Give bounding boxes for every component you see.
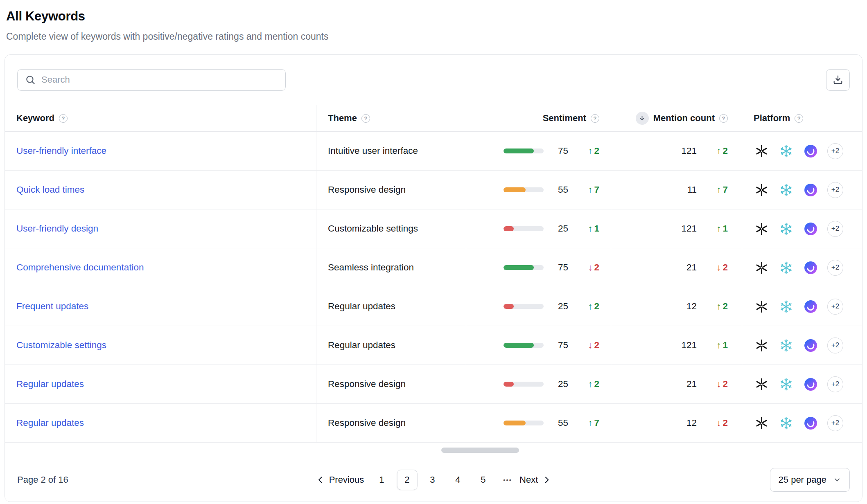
page-button-4[interactable]: 4 — [447, 470, 468, 490]
sentiment-cell: 55 ↑7 — [466, 171, 611, 209]
sentiment-bar-fill — [503, 187, 526, 192]
sort-desc-icon[interactable] — [636, 112, 649, 125]
page-button-2[interactable]: 2 — [397, 470, 417, 490]
chevron-down-icon — [833, 476, 841, 484]
delta-arrow-icon: ↓ — [716, 418, 721, 428]
keyword-cell: Quick load times — [5, 171, 316, 209]
all-keywords-page: All Keywords Complete view of keywords w… — [0, 0, 867, 504]
column-header-keyword[interactable]: Keyword ? — [5, 105, 316, 131]
mention-count-cell: 121 ↑1 — [611, 326, 742, 364]
mention-count-cell: 12 ↓2 — [611, 404, 742, 442]
sentiment-cell: 75 ↓2 — [466, 326, 611, 364]
more-platforms-badge[interactable]: +2 — [827, 299, 843, 315]
keyword-link[interactable]: Comprehensive documentation — [16, 262, 144, 273]
delta-value: 2 — [722, 146, 728, 156]
keyword-link[interactable]: Frequent updates — [16, 301, 88, 312]
mention-count-value: 121 — [681, 340, 697, 351]
column-header-mention-count[interactable]: Mention count ? — [611, 105, 742, 131]
mention-delta: ↑2 — [703, 146, 728, 156]
more-platforms-badge[interactable]: +2 — [827, 182, 843, 198]
platform-icon-group: +2 — [754, 376, 843, 392]
sentiment-value: 25 — [549, 301, 568, 312]
sentiment-bar — [503, 226, 544, 231]
chevron-left-icon — [316, 475, 325, 484]
more-platforms-badge[interactable]: +2 — [827, 415, 843, 431]
theme-text: Intuitive user interface — [328, 146, 418, 156]
sentiment-bar-fill — [503, 226, 514, 231]
help-icon[interactable]: ? — [795, 114, 803, 123]
snowflake-icon — [778, 299, 794, 314]
platform-cell: +2 — [742, 404, 862, 442]
snowflake-icon — [778, 260, 794, 275]
delta-value: 2 — [594, 301, 599, 312]
page-button-3[interactable]: 3 — [422, 470, 443, 490]
delta-value: 2 — [594, 379, 599, 389]
sentiment-bar-fill — [503, 148, 534, 153]
chevron-right-icon — [542, 475, 551, 484]
delta-arrow-icon: ↑ — [588, 379, 592, 389]
mention-count-value: 11 — [687, 184, 697, 195]
platform-cell: +2 — [742, 365, 862, 403]
column-header-platform[interactable]: Platform ? — [742, 105, 862, 131]
keyword-link[interactable]: Quick load times — [16, 184, 84, 195]
keyword-cell: Regular updates — [5, 404, 316, 442]
sentiment-bar — [503, 304, 544, 309]
copilot-icon — [803, 376, 818, 392]
keyword-link[interactable]: User-friendly interface — [16, 146, 106, 156]
page-status: Page 2 of 16 — [17, 475, 68, 485]
help-icon[interactable]: ? — [361, 114, 370, 123]
sentiment-cell: 25 ↑2 — [466, 365, 611, 403]
per-page-select[interactable]: 25 per page — [770, 468, 850, 492]
delta-value: 2 — [722, 379, 728, 389]
theme-cell: Responsive design — [316, 404, 466, 442]
download-icon — [832, 74, 844, 86]
mention-count-cell: 12 ↑2 — [611, 287, 742, 326]
column-header-sentiment[interactable]: Sentiment ? — [466, 105, 611, 131]
table-row: Quick load times Responsive design 55 ↑7… — [5, 171, 862, 209]
help-icon[interactable]: ? — [59, 114, 68, 123]
platform-cell: +2 — [742, 209, 862, 248]
more-platforms-badge[interactable]: +2 — [827, 260, 843, 276]
more-platforms-badge[interactable]: +2 — [827, 221, 843, 237]
table-body: User-friendly interface Intuitive user i… — [5, 132, 862, 443]
keyword-link[interactable]: Regular updates — [16, 379, 84, 389]
delta-value: 2 — [594, 340, 599, 351]
sentiment-cell: 55 ↑7 — [466, 404, 611, 442]
pagination-ellipsis: ••• — [503, 477, 512, 484]
keyword-link[interactable]: Customizable settings — [16, 340, 106, 351]
download-button[interactable] — [826, 69, 850, 91]
horizontal-scrollbar[interactable] — [5, 443, 862, 457]
scrollbar-thumb[interactable] — [441, 448, 519, 453]
per-page-label: 25 per page — [779, 475, 826, 485]
sentiment-bar-fill — [503, 421, 526, 425]
sentiment-delta: ↓2 — [575, 340, 599, 351]
delta-value: 1 — [722, 340, 728, 351]
more-platforms-badge[interactable]: +2 — [827, 376, 843, 392]
help-icon[interactable]: ? — [591, 114, 599, 123]
column-label-keyword: Keyword — [16, 113, 54, 124]
snowflake-icon — [778, 338, 794, 353]
search-input[interactable] — [41, 74, 278, 85]
column-header-theme[interactable]: Theme ? — [316, 105, 466, 131]
sentiment-cell: 25 ↑2 — [466, 287, 611, 326]
keyword-link[interactable]: Regular updates — [16, 418, 84, 428]
snowflake-icon — [778, 143, 794, 159]
theme-text: Customizable settings — [328, 223, 418, 234]
mention-count-cell: 21 ↓2 — [611, 248, 742, 287]
page-button-1[interactable]: 1 — [371, 470, 392, 490]
platform-icon-group: +2 — [754, 415, 843, 431]
next-button[interactable]: Next — [519, 475, 551, 485]
mention-delta: ↓2 — [703, 418, 728, 428]
openai-icon — [754, 415, 769, 431]
page-button-5[interactable]: 5 — [473, 470, 493, 490]
previous-button[interactable]: Previous — [316, 475, 364, 485]
help-icon[interactable]: ? — [719, 114, 728, 123]
sentiment-bar-fill — [503, 343, 534, 348]
keyword-link[interactable]: User-friendly design — [16, 223, 98, 234]
copilot-icon — [803, 260, 818, 275]
snowflake-icon — [778, 221, 794, 236]
search-box[interactable] — [17, 69, 286, 91]
more-platforms-badge[interactable]: +2 — [827, 143, 843, 159]
more-platforms-badge[interactable]: +2 — [827, 338, 843, 353]
table-row: Regular updates Responsive design 25 ↑2 … — [5, 365, 862, 404]
